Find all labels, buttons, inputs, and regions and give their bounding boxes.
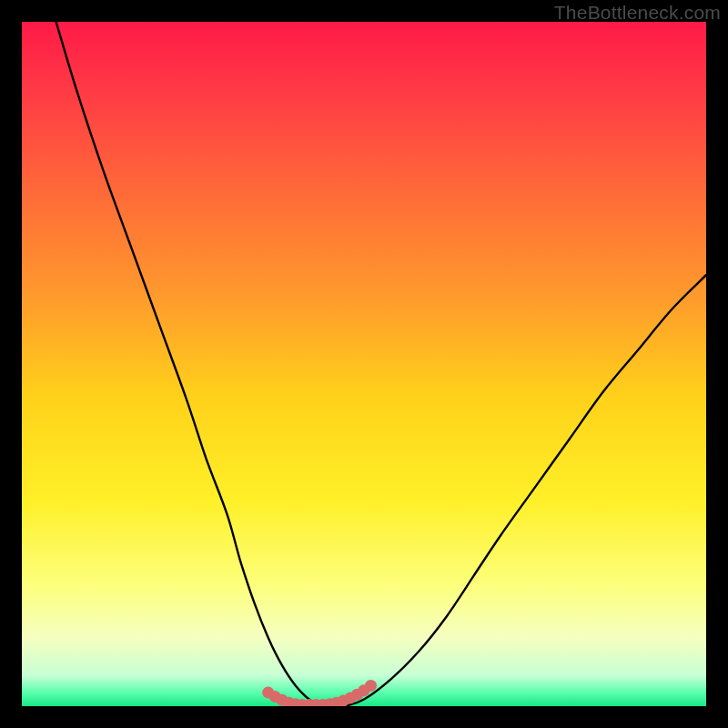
plot-area [22,22,706,706]
bottleneck-chart [22,22,706,706]
watermark-text: TheBottleneck.com [554,2,721,24]
bottleneck-curve [56,22,706,706]
valley-dot [365,680,377,692]
chart-frame: TheBottleneck.com [0,0,728,728]
